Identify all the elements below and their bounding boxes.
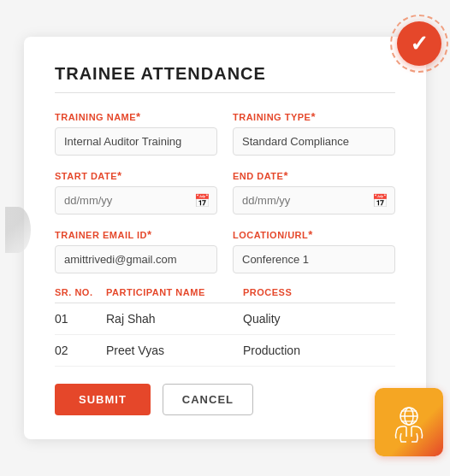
submit-button[interactable]: SUBMIT [55,384,151,415]
trainer-email-input[interactable] [55,245,217,273]
row1-process: Quality [243,312,395,326]
row1-sr: 01 [55,312,106,326]
end-date-input[interactable] [233,186,395,214]
form-row-3: TRAINER EMAIL ID* LOCATION/URL* [55,228,395,273]
success-badge [397,21,441,66]
globe-hands-icon [388,401,430,444]
row1-name: Raj Shah [106,312,243,326]
trainer-email-group: TRAINER EMAIL ID* [55,228,217,273]
main-card: TRAINEE ATTENDANCE TRAINING NAME* TRAINI… [24,37,426,439]
bottom-decoration-icon [375,388,443,456]
row2-sr: 02 [55,344,106,357]
end-date-label: END DATE* [233,169,395,182]
training-type-group: TRAINING TYPE* [233,110,395,156]
training-type-input[interactable] [233,127,395,156]
start-date-input[interactable] [55,186,217,214]
col-name-header: PARTICIPANT NAME [106,287,243,297]
table-row: 01 Raj Shah Quality [55,303,395,335]
decorative-leaf [5,207,31,253]
col-process-header: PROCESS [243,287,395,297]
training-name-group: TRAINING NAME* [55,110,217,156]
training-name-input[interactable] [55,127,217,156]
table-header: SR. NO. PARTICIPANT NAME PROCESS [55,287,395,303]
end-date-wrapper: 📅 [233,186,395,214]
participants-table: SR. NO. PARTICIPANT NAME PROCESS 01 Raj … [55,287,395,367]
table-row: 02 Preet Vyas Production [55,335,395,367]
start-date-group: START DATE* 📅 [55,169,217,214]
location-url-label: LOCATION/URL* [233,228,395,241]
form-actions: SUBMIT CANCEL [55,384,395,415]
col-sr-header: SR. NO. [55,287,106,297]
page-title: TRAINEE ATTENDANCE [55,64,395,84]
row2-process: Production [243,344,395,357]
end-date-group: END DATE* 📅 [233,169,395,214]
trainer-email-label: TRAINER EMAIL ID* [55,228,217,241]
form-row-2: START DATE* 📅 END DATE* 📅 [55,169,395,214]
location-url-group: LOCATION/URL* [233,228,395,273]
row2-name: Preet Vyas [106,344,243,357]
start-date-wrapper: 📅 [55,186,217,214]
location-url-input[interactable] [233,245,395,273]
training-name-label: TRAINING NAME* [55,110,217,123]
form-row-1: TRAINING NAME* TRAINING TYPE* [55,110,395,156]
start-date-label: START DATE* [55,169,217,182]
title-divider [55,92,395,93]
cancel-button[interactable]: CANCEL [163,384,253,415]
training-type-label: TRAINING TYPE* [233,110,395,123]
